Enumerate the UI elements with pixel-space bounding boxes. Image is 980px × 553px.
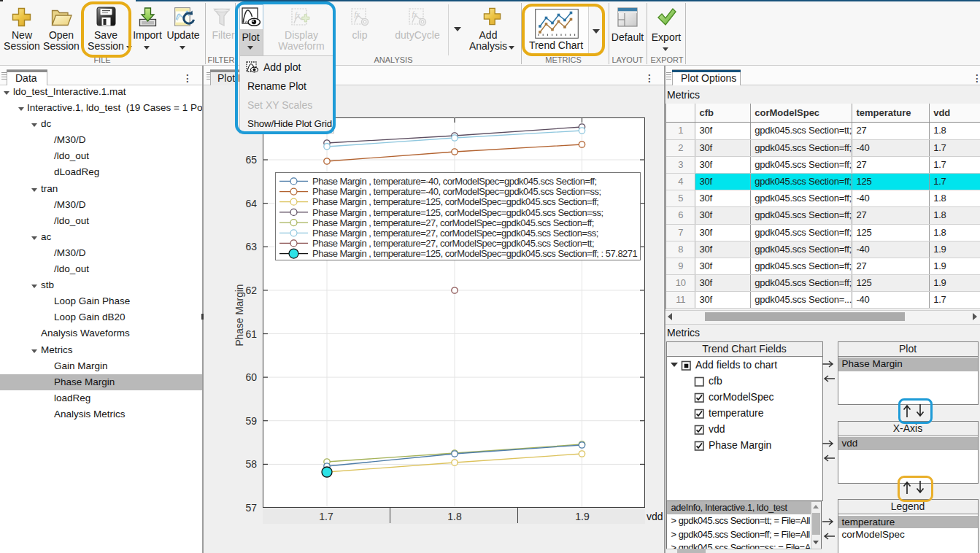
svg-text:Phase Margin , temperature=27,: Phase Margin , temperature=27, corModelS… <box>312 217 594 228</box>
svg-text:Phase Margin , temperature=27,: Phase Margin , temperature=27, corModelS… <box>312 228 598 239</box>
svg-text:Phase Margin , temperature=125: Phase Margin , temperature=125, corModel… <box>312 207 603 218</box>
svg-text:Phase Margin , temperature=27,: Phase Margin , temperature=27, corModelS… <box>312 238 594 249</box>
svg-text:Phase Margin , temperature=-40: Phase Margin , temperature=-40, corModel… <box>312 176 597 187</box>
svg-text:Phase Margin , temperature=-40: Phase Margin , temperature=-40, corModel… <box>312 186 601 197</box>
svg-text:Phase Margin , temperature=125: Phase Margin , temperature=125, corModel… <box>312 248 638 259</box>
svg-text:Phase Margin , temperature=125: Phase Margin , temperature=125, corModel… <box>312 196 599 207</box>
